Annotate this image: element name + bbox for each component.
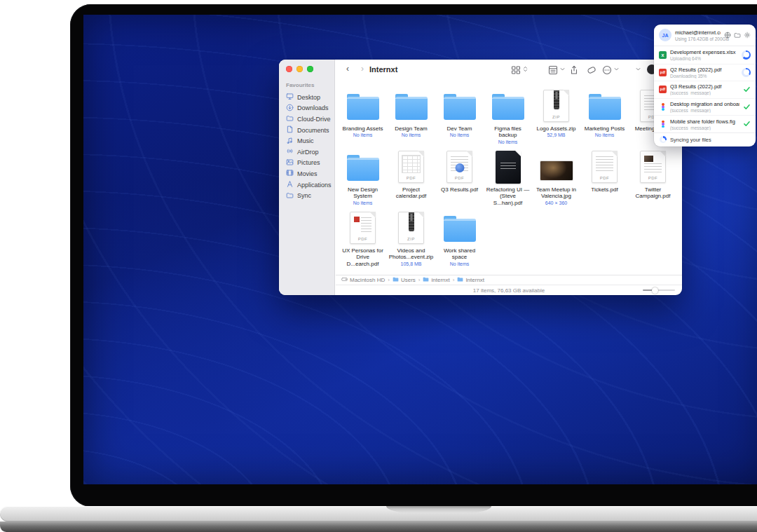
file-name: Figma files backup (485, 125, 531, 139)
folder-icon (286, 114, 294, 123)
file-info: No items (353, 132, 373, 137)
file-item[interactable]: Refactoring UI — (Steve S...han).pdf (484, 146, 532, 207)
transfer-texts: Desktop migration and onboardi...(succes… (670, 101, 739, 113)
file-item[interactable]: PDFProject calendar.pdf (387, 146, 435, 207)
file-item[interactable]: Work shared spaceNo items (435, 207, 484, 268)
file-name: Videos and Photos...event.zip (388, 247, 435, 261)
minimize-button[interactable] (296, 66, 303, 72)
xlsx-file-icon: x (659, 51, 667, 59)
file-item[interactable]: Team Meetup in Valencia.jpg640 × 360 (532, 146, 580, 207)
folder-icon[interactable] (734, 29, 741, 41)
file-item[interactable]: New Design SystemNo items (339, 146, 387, 207)
progress-ring (742, 68, 751, 77)
file-icon-area: PDF (640, 149, 666, 185)
account-avatar[interactable]: JA (659, 29, 671, 41)
file-name: Logo Assets.zip (533, 125, 580, 132)
sync-spinner-icon (660, 136, 667, 143)
sidebar-item-music[interactable]: Music (286, 135, 334, 146)
sidebar-item-label: AirDrop (297, 149, 319, 156)
disk-icon (341, 276, 348, 284)
icon-size-slider[interactable] (643, 289, 675, 291)
status-text: 17 items, 76,63 GB available (473, 287, 545, 294)
file-item[interactable]: PDFTwitter Campaign.pdf (629, 146, 677, 207)
file-item[interactable]: Dev TeamNo items (435, 85, 484, 146)
sidebar-item-sync[interactable]: Sync (286, 190, 334, 201)
path-label: Users (401, 277, 416, 283)
path-segment[interactable]: Macintosh HD (341, 276, 385, 284)
slider-knob[interactable] (652, 287, 658, 294)
chevron-down-icon[interactable] (559, 65, 566, 73)
transfer-name: Desktop migration and onboardi... (670, 101, 739, 107)
file-item[interactable]: PDFQ3 Results.pdf (435, 146, 484, 207)
sidebar-item-applications[interactable]: Applications (286, 179, 334, 191)
action-menu-icon[interactable] (602, 65, 612, 75)
file-item[interactable]: ZIPVideos and Photos...event.zip105,8 MB (387, 207, 435, 268)
file-item[interactable]: PDFUX Personas for Drive D...earch.pdf (339, 207, 387, 268)
path-segment[interactable]: Users (393, 276, 416, 284)
sidebar-item-label: Sync (297, 192, 311, 199)
sidebar-item-airdrop[interactable]: AirDrop (286, 146, 334, 158)
path-label: Macintosh HD (350, 277, 385, 283)
sidebar-section-label: Favourites (286, 82, 334, 88)
back-button[interactable]: ‹ (342, 64, 353, 74)
sidebar-item-movies[interactable]: Movies (286, 168, 334, 179)
zoom-button[interactable] (307, 66, 313, 72)
path-segment[interactable]: Internxt (457, 276, 484, 284)
file-item[interactable]: PDFTickets.pdf (580, 146, 629, 207)
window-controls (286, 66, 334, 72)
transfer-item[interactable]: pdfQ2 Results (2022).pdfDownloading 35% (654, 64, 756, 81)
sidebar-item-documents[interactable]: Documents (286, 125, 334, 136)
sort-chevrons-icon[interactable] (521, 65, 529, 73)
transfer-texts: Development expenses.xlsxUploading 64% (670, 49, 738, 61)
file-name: Branding Assets (340, 125, 386, 132)
path-label: Internxt (465, 277, 484, 283)
tag-icon[interactable] (587, 65, 596, 75)
sidebar-item-desktop[interactable]: Desktop (286, 92, 334, 103)
folder-icon (286, 191, 294, 200)
file-item[interactable]: Figma files backupNo items (484, 85, 532, 146)
transfer-item[interactable]: Desktop migration and onboardi...(succes… (654, 98, 756, 116)
file-icon-area (395, 88, 428, 124)
movies-icon (286, 169, 294, 178)
sidebar-item-downloads[interactable]: Downloads (286, 103, 334, 114)
folder-icon (492, 97, 524, 120)
file-name: Twitter Campaign.pdf (630, 186, 676, 200)
transfer-item[interactable]: pdfQ3 Results (2022).pdf(success_message… (654, 81, 756, 98)
chevron-down-icon[interactable] (634, 65, 642, 73)
applications-icon (286, 180, 294, 189)
file-item[interactable]: Marketing PostsNo items (580, 85, 629, 146)
path-segment[interactable]: internxt (423, 276, 449, 284)
file-grid: Branding AssetsNo itemsDesign TeamNo ite… (339, 85, 678, 268)
file-name: Q3 Results.pdf (437, 186, 483, 193)
view-grid-icon[interactable] (511, 65, 521, 75)
file-info: No items (450, 261, 470, 266)
sidebar-item-label: Movies (297, 170, 318, 177)
file-icon-area (347, 88, 379, 124)
globe-icon[interactable] (724, 29, 731, 41)
document-icon: PDF (640, 151, 666, 183)
sidebar-item-label: Desktop (297, 94, 320, 101)
file-item[interactable]: ZIPLogo Assets.zip52,9 MB (532, 85, 580, 146)
transfer-item[interactable]: xDevelopment expenses.xlsxUploading 64% (654, 46, 756, 64)
account-info: michael@internxt.com Using 176.42GB of 2… (675, 29, 721, 41)
transfer-name: Mobile share folder flows.fig (670, 118, 739, 125)
sidebar-item-cloud-drive[interactable]: Cloud-Drive (286, 114, 334, 125)
sidebar-item-label: Downloads (297, 104, 329, 111)
transfer-item[interactable]: Mobile share folder flows.fig(success_me… (654, 115, 756, 132)
group-by-icon[interactable] (548, 65, 558, 75)
file-item[interactable]: Design TeamNo items (387, 85, 435, 146)
success-check-icon (743, 101, 751, 114)
sync-popup-footer: Syncing your files (654, 132, 756, 146)
chevron-down-icon[interactable] (613, 65, 620, 73)
file-item[interactable]: Branding AssetsNo items (339, 85, 387, 146)
sidebar-item-pictures[interactable]: Pictures (286, 158, 334, 169)
share-icon[interactable] (569, 65, 579, 75)
sidebar-item-label: Applications (297, 182, 332, 189)
gear-icon[interactable] (744, 29, 751, 41)
sync-popup: JA michael@internxt.com Using 176.42GB o… (654, 25, 756, 146)
file-name: Tickets.pdf (582, 186, 628, 193)
close-button[interactable] (286, 66, 292, 72)
file-icon-area (496, 149, 521, 185)
laptop-base (0, 521, 757, 532)
forward-button[interactable]: › (357, 64, 368, 74)
